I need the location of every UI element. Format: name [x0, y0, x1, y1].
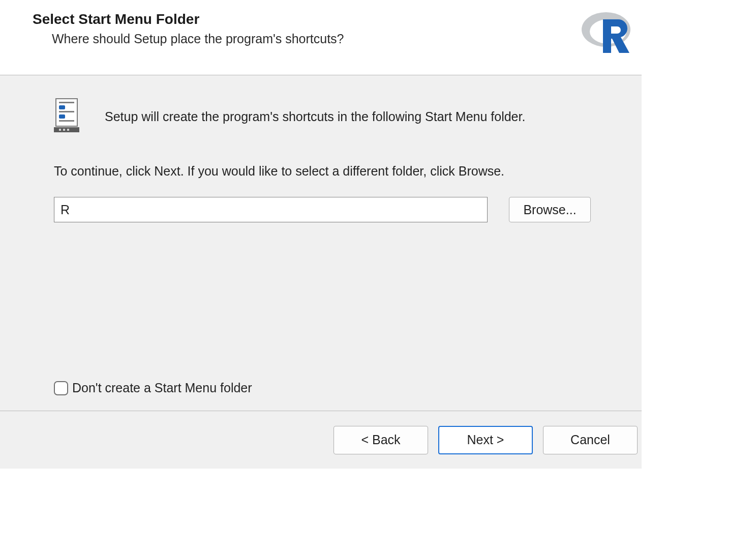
page-subtitle: Where should Setup place the program's s…: [33, 32, 621, 46]
cancel-button[interactable]: Cancel: [543, 426, 638, 454]
back-button[interactable]: < Back: [334, 426, 428, 454]
dont-create-folder-checkbox[interactable]: [54, 381, 68, 395]
start-menu-folder-icon: [54, 98, 79, 135]
start-menu-folder-input[interactable]: [54, 197, 488, 222]
next-button[interactable]: Next >: [438, 426, 533, 454]
svg-rect-7: [59, 120, 74, 122]
svg-rect-5: [59, 111, 74, 112]
svg-rect-4: [59, 105, 65, 109]
installer-wizard: Select Start Menu Folder Where should Se…: [0, 0, 642, 469]
dont-create-folder-row[interactable]: Don't create a Start Menu folder: [54, 381, 252, 395]
wizard-header: Select Start Menu Folder Where should Se…: [0, 0, 642, 75]
svg-rect-11: [67, 129, 69, 131]
wizard-footer: < Back Next > Cancel: [0, 411, 642, 469]
svg-rect-6: [59, 114, 65, 119]
folder-path-row: Browse...: [54, 197, 591, 222]
browse-button[interactable]: Browse...: [509, 197, 591, 222]
svg-rect-3: [59, 102, 74, 103]
svg-rect-10: [63, 129, 65, 131]
svg-rect-9: [59, 129, 61, 131]
page-title: Select Start Menu Folder: [33, 11, 621, 27]
svg-rect-8: [54, 127, 79, 132]
r-logo-icon: [581, 6, 634, 56]
intro-text: Setup will create the program's shortcut…: [105, 109, 525, 124]
instruction-text: To continue, click Next. If you would li…: [54, 164, 591, 179]
dont-create-folder-label: Don't create a Start Menu folder: [72, 381, 252, 395]
wizard-body: Setup will create the program's shortcut…: [0, 75, 642, 411]
intro-row: Setup will create the program's shortcut…: [54, 98, 591, 135]
